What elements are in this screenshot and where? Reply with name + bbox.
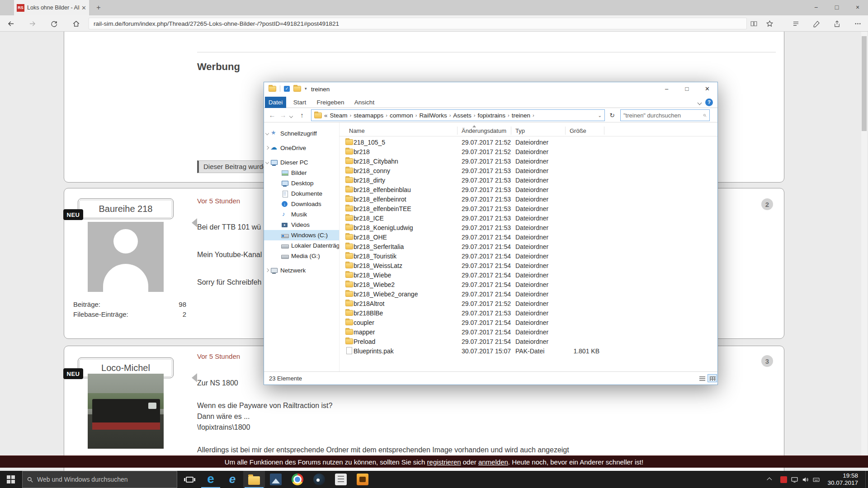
- browser-maximize-button[interactable]: □: [826, 0, 847, 15]
- nav-item-lokaler-datentr-ger[interactable]: Lokaler Datenträger: [264, 240, 339, 251]
- expander-chevron-icon[interactable]: [265, 160, 269, 164]
- share-button[interactable]: [830, 17, 843, 30]
- taskbar-icon-ie[interactable]: e: [222, 471, 243, 488]
- register-link[interactable]: registrieren: [427, 458, 461, 466]
- column-date[interactable]: Änderungsdatum: [462, 127, 506, 134]
- start-button[interactable]: [0, 471, 22, 488]
- more-button[interactable]: [851, 17, 864, 30]
- nav-item-netzwerk[interactable]: Netzwerk: [264, 265, 339, 276]
- file-row-br218-wiebe[interactable]: br218_Wiebe29.07.2017 21:54Dateiordner: [339, 271, 717, 280]
- browser-minimize-button[interactable]: −: [806, 0, 826, 15]
- web-note-button[interactable]: [810, 17, 823, 30]
- explorer-minimize-button[interactable]: –: [656, 82, 677, 96]
- breadcrumb-separator[interactable]: ›: [474, 113, 476, 118]
- tab-freigeben[interactable]: Freigeben: [317, 97, 344, 108]
- file-row-br218-wiebe2-orange[interactable]: br218_Wiebe2_orange29.07.2017 21:54Datei…: [339, 290, 717, 299]
- browser-close-button[interactable]: ×: [847, 0, 868, 15]
- breadcrumb-item-steamapps[interactable]: steamapps: [354, 112, 383, 119]
- hub-button[interactable]: [789, 17, 802, 30]
- nav-item-bilder[interactable]: Bilder: [264, 168, 339, 178]
- taskbar-icon-chrome[interactable]: [287, 471, 308, 488]
- explorer-search-box[interactable]: [620, 109, 710, 121]
- explorer-search-input[interactable]: [623, 112, 703, 119]
- breadcrumb-separator[interactable]: ›: [533, 113, 534, 118]
- volume-icon[interactable]: [800, 474, 810, 484]
- breadcrumb-separator[interactable]: ›: [449, 113, 451, 118]
- file-row-br218-citybahn[interactable]: br218_Citybahn29.07.2017 21:53Dateiordne…: [339, 157, 717, 166]
- author-name[interactable]: Baureihe 218: [78, 198, 174, 219]
- explorer-back-button[interactable]: ←: [267, 110, 278, 121]
- file-row-coupler[interactable]: coupler29.07.2017 21:54Dateiordner: [339, 318, 717, 328]
- nav-item-musik[interactable]: Musik: [264, 209, 339, 220]
- expander-chevron-icon[interactable]: [265, 268, 269, 272]
- file-row-blueprints-pak[interactable]: Blueprints.pak30.07.2017 15:07PAK-Datei1…: [339, 347, 717, 356]
- avatar[interactable]: [88, 222, 164, 292]
- breadcrumb-item-treinen[interactable]: treinen: [512, 112, 530, 119]
- tab-close-icon[interactable]: ✕: [81, 5, 86, 11]
- view-toggle-thumbnails[interactable]: [697, 374, 707, 382]
- breadcrumb-separator[interactable]: ›: [415, 113, 417, 118]
- file-row-mapper[interactable]: mapper29.07.2017 21:54Dateiordner: [339, 328, 717, 337]
- column-size[interactable]: Größe: [570, 127, 586, 134]
- view-toggle-details[interactable]: [708, 374, 717, 382]
- tab-datei[interactable]: Datei: [265, 97, 286, 108]
- explorer-forward-button[interactable]: →: [278, 110, 288, 121]
- taskbar-icon-steam[interactable]: [308, 471, 330, 488]
- address-bar[interactable]: rail-sim.de/forum/index.php/Thread/27265…: [89, 18, 747, 29]
- taskbar-search-input[interactable]: [37, 476, 173, 483]
- taskbar-icon-calculator[interactable]: [330, 471, 352, 488]
- nav-item-videos[interactable]: Videos: [264, 220, 339, 230]
- file-row-preload[interactable]: Preload29.07.2017 21:54Dateiordner: [339, 337, 717, 347]
- hidden-icons-chevron[interactable]: [767, 477, 772, 482]
- column-name[interactable]: Name: [349, 127, 365, 134]
- nav-item-dokumente[interactable]: Dokumente: [264, 188, 339, 199]
- nav-item-downloads[interactable]: Downloads: [264, 199, 339, 209]
- browser-tab[interactable]: RS Loks ohne Bilder - Allge ✕: [14, 0, 89, 15]
- nav-item-onedrive[interactable]: OneDrive: [264, 143, 339, 153]
- breadcrumb[interactable]: « Steam›steamapps›common›RailWorks›Asset…: [311, 109, 605, 121]
- taskbar-icon-train-simulator[interactable]: [352, 471, 373, 488]
- file-row-br218-ice[interactable]: br218_ICE29.07.2017 21:53Dateiordner: [339, 214, 717, 223]
- explorer-up-button[interactable]: ↑: [297, 110, 307, 121]
- qat-customize-icon[interactable]: ▾: [305, 86, 307, 91]
- new-tab-button[interactable]: +: [93, 3, 104, 13]
- breadcrumb-separator[interactable]: ›: [508, 113, 509, 118]
- home-button[interactable]: [70, 17, 82, 30]
- column-type[interactable]: Typ: [515, 127, 525, 134]
- explorer-maximize-button[interactable]: □: [677, 82, 697, 96]
- login-link[interactable]: anmelden: [478, 458, 508, 466]
- file-row-br218-elfenbeinrot[interactable]: br218_elfenbeinrot29.07.2017 21:53Dateio…: [339, 195, 717, 204]
- expand-ribbon-icon[interactable]: [698, 101, 702, 105]
- back-button[interactable]: [5, 17, 17, 30]
- recent-locations-icon[interactable]: [288, 110, 295, 121]
- taskbar-icon-edge[interactable]: e: [200, 471, 222, 488]
- expander-chevron-icon[interactable]: [265, 146, 269, 150]
- file-row-br218-ohe[interactable]: br218_OHE29.07.2017 21:54Dateiordner: [339, 233, 717, 242]
- taskbar-icon-explorer[interactable]: [243, 471, 265, 488]
- tab-ansicht[interactable]: Ansicht: [354, 97, 375, 108]
- favorites-button[interactable]: [763, 17, 776, 30]
- file-row-br218-elfenbeinblau[interactable]: br218_elfenbeinblau29.07.2017 21:53Datei…: [339, 185, 717, 195]
- breadcrumb-overflow[interactable]: «: [324, 112, 328, 119]
- network-icon[interactable]: [789, 474, 799, 484]
- explorer-refresh-icon[interactable]: ↻: [607, 110, 618, 121]
- post-number-badge[interactable]: 2: [761, 198, 773, 210]
- refresh-button[interactable]: [47, 17, 60, 30]
- page-scrollbar[interactable]: [861, 32, 867, 455]
- expander-chevron-icon[interactable]: [265, 131, 269, 135]
- post-timestamp[interactable]: Vor 5 Stunden: [197, 352, 240, 360]
- explorer-title-bar[interactable]: ✓ ▾ treinen – □ ✕: [264, 82, 717, 97]
- address-dropdown-icon[interactable]: ⌄: [598, 113, 602, 118]
- nav-item-windows-c[interactable]: Windows (C:): [264, 230, 339, 240]
- reading-view-button[interactable]: [747, 17, 760, 30]
- taskbar-icon-photos[interactable]: [265, 471, 287, 488]
- file-row-br218-weisslatz[interactable]: br218_WeissLatz29.07.2017 21:54Dateiordn…: [339, 261, 717, 271]
- file-row-br218altrot[interactable]: br218Altrot29.07.2017 21:52Dateiordner: [339, 299, 717, 309]
- taskbar-search-box[interactable]: [22, 471, 177, 488]
- file-row-br218-koenigludwig[interactable]: br218_KoenigLudwig29.07.2017 21:53Dateio…: [339, 223, 717, 233]
- forward-button[interactable]: [26, 17, 38, 30]
- file-row-br218-wiebe2[interactable]: br218_Wiebe229.07.2017 21:54Dateiordner: [339, 280, 717, 290]
- taskbar-clock[interactable]: 19:58 30.07.2017: [816, 472, 858, 487]
- task-view-button[interactable]: [179, 471, 200, 488]
- scrollbar-thumb[interactable]: [862, 36, 867, 131]
